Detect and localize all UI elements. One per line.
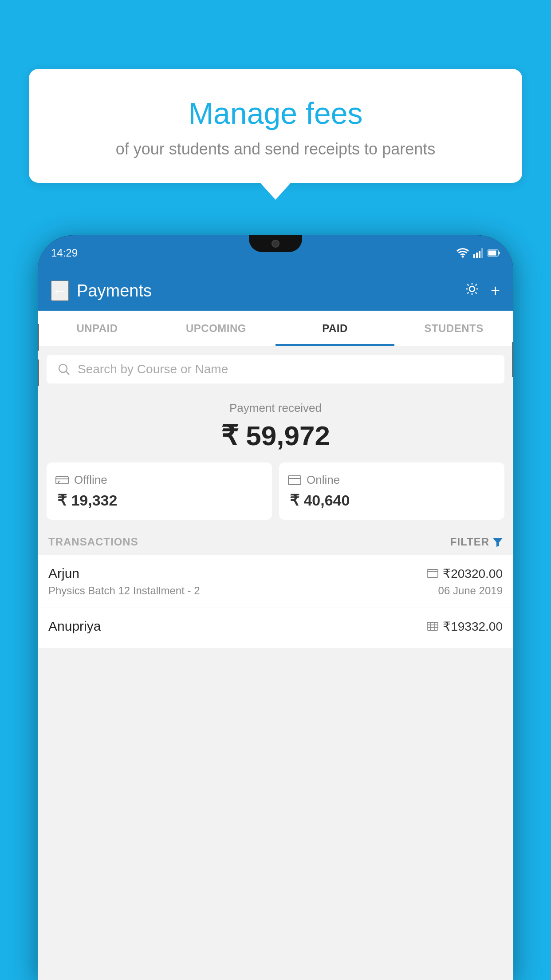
transaction-bottom: Physics Batch 12 Installment - 2 06 June… <box>48 585 503 597</box>
filter-icon <box>493 537 503 547</box>
payment-summary: Payment received ₹ 59,972 <box>38 392 513 462</box>
speech-bubble: Manage fees of your students and send re… <box>29 69 522 183</box>
battery-icon <box>488 249 500 257</box>
payment-cards: Offline ₹ 19,332 Online ₹ 40,640 <box>38 462 513 529</box>
payment-label: Payment received <box>38 401 513 415</box>
phone-frame: 14:29 <box>38 235 513 980</box>
svg-point-9 <box>59 364 67 372</box>
svg-rect-7 <box>488 251 496 256</box>
tx-amount: ₹20320.00 <box>443 566 503 581</box>
tab-upcoming[interactable]: UPCOMING <box>157 311 276 346</box>
svg-rect-20 <box>427 622 438 630</box>
app-header: ← Payments + <box>38 271 513 311</box>
volume-down-button[interactable] <box>38 360 39 386</box>
search-input[interactable]: Search by Course or Name <box>78 362 228 376</box>
tab-paid[interactable]: PAID <box>276 311 394 346</box>
payment-amount: ₹ 59,972 <box>38 419 513 452</box>
transaction-row-anupriya[interactable]: Anupriya ₹19332.00 <box>38 608 513 648</box>
transaction-row-arjun[interactable]: Arjun ₹20320.00 Physics Batch 12 Install… <box>38 555 513 608</box>
bubble-subtitle: of your students and send receipts to pa… <box>51 140 500 158</box>
svg-rect-4 <box>481 248 483 258</box>
status-icons <box>457 248 500 258</box>
offline-card: Offline ₹ 19,332 <box>47 462 272 520</box>
svg-point-0 <box>462 256 464 258</box>
power-button[interactable] <box>512 342 513 377</box>
tx-amount-2: ₹19332.00 <box>443 619 503 634</box>
status-bar: 14:29 <box>38 235 513 271</box>
online-card-header: Online <box>288 473 496 487</box>
search-icon <box>57 363 71 376</box>
tab-unpaid[interactable]: UNPAID <box>38 311 157 346</box>
settings-button[interactable] <box>464 281 480 301</box>
online-label: Online <box>307 473 340 487</box>
filter-button[interactable]: FILTER <box>450 536 503 548</box>
offline-amount: ₹ 19,332 <box>55 491 263 509</box>
online-icon <box>288 475 301 485</box>
search-bar[interactable]: Search by Course or Name <box>47 355 504 383</box>
svg-rect-18 <box>427 569 438 577</box>
notch <box>249 235 302 252</box>
amount-row: ₹20320.00 <box>427 566 503 581</box>
header-left: ← Payments <box>51 281 152 301</box>
camera <box>272 240 279 248</box>
offline-card-header: Offline <box>55 473 263 487</box>
offline-icon <box>55 474 69 486</box>
online-card: Online ₹ 40,640 <box>279 462 504 520</box>
transactions-label: TRANSACTIONS <box>48 536 138 548</box>
status-time: 14:29 <box>51 247 78 259</box>
tx-date: 06 June 2019 <box>438 585 503 597</box>
svg-rect-15 <box>288 476 301 485</box>
add-button[interactable]: + <box>491 281 500 300</box>
offline-label: Offline <box>74 473 107 487</box>
svg-point-8 <box>469 286 475 292</box>
amount-row-2: ₹19332.00 <box>427 619 503 634</box>
course-name: Physics Batch 12 Installment - 2 <box>48 585 200 597</box>
student-name-2: Anupriya <box>48 619 101 634</box>
cash-pay-icon <box>427 622 438 631</box>
svg-rect-2 <box>476 253 478 258</box>
student-name: Arjun <box>48 566 79 581</box>
svg-rect-6 <box>499 252 500 254</box>
bubble-title: Manage fees <box>51 95 500 132</box>
app-content: Search by Course or Name Payment receive… <box>38 346 513 980</box>
header-right: + <box>464 281 500 301</box>
back-button[interactable]: ← <box>51 281 69 301</box>
svg-marker-17 <box>493 538 503 547</box>
filter-label: FILTER <box>450 536 489 548</box>
tab-students[interactable]: STUDENTS <box>394 311 513 346</box>
wifi-icon <box>457 248 469 258</box>
signal-icon <box>473 248 483 258</box>
transactions-header: TRANSACTIONS FILTER <box>38 529 513 555</box>
card-pay-icon <box>427 569 438 578</box>
svg-rect-1 <box>473 254 475 258</box>
gear-icon <box>464 281 480 297</box>
tabs-bar: UNPAID UPCOMING PAID STUDENTS <box>38 311 513 346</box>
transaction-top: Arjun ₹20320.00 <box>48 566 503 581</box>
transaction-top-2: Anupriya ₹19332.00 <box>48 619 503 634</box>
online-amount: ₹ 40,640 <box>288 491 496 509</box>
header-title: Payments <box>77 281 152 300</box>
svg-rect-3 <box>479 251 480 258</box>
svg-line-10 <box>66 371 70 375</box>
